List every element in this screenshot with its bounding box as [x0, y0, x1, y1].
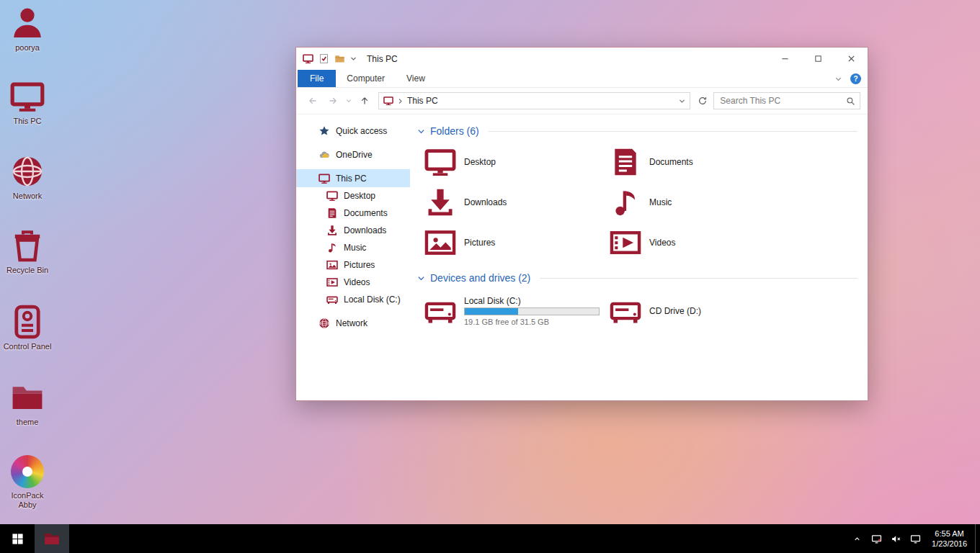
- help-icon[interactable]: ?: [850, 73, 861, 84]
- monitor-icon: [326, 190, 338, 202]
- monitor-icon: [10, 79, 45, 114]
- desktop-icon-label: Recycle Bin: [6, 266, 48, 275]
- tab-view[interactable]: View: [396, 70, 436, 87]
- sidebar-item-videos[interactable]: Videos: [296, 274, 410, 291]
- sidebar-item-downloads[interactable]: Downloads: [296, 222, 410, 239]
- desktop-icon-control-panel[interactable]: Control Panel: [0, 305, 55, 351]
- folder-icon: [43, 530, 61, 547]
- desktop-icon-this-pc[interactable]: This PC: [0, 79, 55, 126]
- devices-grid: Local Disk (C:) 19.1 GB free of 31.5 GB …: [417, 289, 858, 333]
- taskbar-explorer-button[interactable]: [35, 524, 69, 553]
- folder-item-pictures[interactable]: Pictures: [424, 222, 603, 263]
- star-icon: [318, 125, 330, 137]
- maximize-button[interactable]: [801, 48, 834, 70]
- file-list: Folders (6) Desktop Documents: [410, 114, 868, 400]
- folder-item-label: Desktop: [464, 157, 496, 167]
- sidebar-item-documents[interactable]: Documents: [296, 204, 410, 222]
- drive-label: CD Drive (D:): [649, 306, 701, 316]
- onedrive-cloud-icon: [318, 149, 330, 161]
- sidebar-item-pictures[interactable]: Pictures: [296, 256, 410, 274]
- desktop-icon-recycle-bin[interactable]: Recycle Bin: [0, 228, 55, 275]
- sidebar-item-label: Network: [336, 318, 368, 328]
- title-bar: This PC: [296, 48, 868, 70]
- address-bar-row: This PC: [296, 88, 868, 114]
- video-icon: [610, 227, 641, 258]
- sidebar-item-network[interactable]: Network: [296, 314, 410, 332]
- location-monitor-icon: [383, 96, 393, 106]
- tab-file[interactable]: File: [298, 70, 336, 87]
- download-icon: [326, 225, 338, 236]
- sidebar-item-desktop[interactable]: Desktop: [296, 187, 410, 204]
- folder-item-label: Pictures: [464, 238, 495, 248]
- tray-display-icon[interactable]: [906, 524, 925, 553]
- breadcrumb-location[interactable]: This PC: [407, 96, 438, 106]
- address-dropdown-icon[interactable]: [679, 98, 685, 104]
- sidebar-item-label: This PC: [336, 174, 367, 184]
- disk-usage-fill: [465, 308, 518, 315]
- sidebar-item-label: Downloads: [344, 225, 386, 235]
- ribbon-tabs: File Computer View ?: [296, 70, 868, 88]
- desktop-icon-theme[interactable]: theme: [0, 380, 55, 427]
- folder-icon: [10, 380, 45, 415]
- show-desktop-button[interactable]: [975, 524, 980, 553]
- group-header-devices[interactable]: Devices and drives (2): [417, 270, 858, 286]
- system-monitor-icon[interactable]: [303, 53, 313, 64]
- folder-item-label: Videos: [649, 238, 675, 248]
- sidebar-item-quick-access[interactable]: Quick access: [296, 122, 410, 140]
- sidebar-item-onedrive[interactable]: OneDrive: [296, 145, 410, 163]
- music-note-icon: [326, 242, 338, 253]
- group-header-folders[interactable]: Folders (6): [417, 123, 858, 139]
- history-chevron-icon[interactable]: [344, 92, 354, 109]
- start-button[interactable]: [0, 524, 35, 553]
- explorer-window: This PC File Computer View: [295, 47, 868, 401]
- folder-item-documents[interactable]: Documents: [610, 142, 788, 182]
- search-input[interactable]: [720, 96, 846, 106]
- minimize-button[interactable]: [768, 48, 801, 70]
- desktop: poorya This PC Network Recycle Bin Contr…: [0, 0, 980, 553]
- desktop-icon-label: poorya: [15, 43, 40, 53]
- qat-chevron-down-icon[interactable]: [350, 55, 357, 62]
- up-button[interactable]: [355, 92, 374, 109]
- ribbon-expand-chevron-icon[interactable]: [834, 75, 842, 83]
- divider: [489, 131, 858, 132]
- tray-expand-chevron-icon[interactable]: [847, 524, 867, 553]
- close-button[interactable]: [834, 48, 868, 70]
- system-tray: 6:55 AM 1/23/2016: [847, 524, 980, 553]
- drive-item-cd[interactable]: CD Drive (D:): [610, 289, 788, 333]
- desktop-icon-poorya[interactable]: poorya: [0, 6, 55, 53]
- new-folder-icon[interactable]: [334, 53, 345, 64]
- navigation-pane: Quick access OneDrive This PC: [296, 114, 410, 400]
- taskbar-clock[interactable]: 6:55 AM 1/23/2016: [925, 529, 974, 549]
- folder-item-videos[interactable]: Videos: [610, 222, 788, 263]
- window-title: This PC: [367, 54, 398, 64]
- forward-button[interactable]: [324, 92, 342, 109]
- windows-logo-icon: [12, 533, 24, 545]
- drive-item-local-disk[interactable]: Local Disk (C:) 19.1 GB free of 31.5 GB: [424, 289, 603, 333]
- volume-muted-icon[interactable]: [886, 524, 906, 553]
- properties-icon[interactable]: [318, 53, 329, 64]
- color-wheel-icon: [11, 455, 44, 488]
- address-bar[interactable]: This PC: [378, 92, 690, 109]
- sidebar-item-label: Music: [344, 243, 366, 253]
- sidebar-item-this-pc[interactable]: This PC: [296, 169, 410, 187]
- search-icon[interactable]: [846, 96, 855, 106]
- folder-item-desktop[interactable]: Desktop: [424, 142, 603, 182]
- breadcrumb-chevron-icon[interactable]: [397, 98, 404, 104]
- tab-computer[interactable]: Computer: [336, 70, 396, 87]
- sidebar-item-music[interactable]: Music: [296, 239, 410, 256]
- desktop-icon-iconpack-abby[interactable]: IconPack Abby: [0, 455, 55, 510]
- hard-drive-icon: [326, 294, 338, 305]
- sidebar-item-label: Documents: [344, 208, 388, 218]
- desktop-icon-label: Control Panel: [4, 342, 52, 351]
- folder-item-downloads[interactable]: Downloads: [424, 182, 603, 222]
- refresh-button[interactable]: [693, 92, 712, 109]
- back-button[interactable]: [303, 92, 322, 109]
- sidebar-item-local-disk[interactable]: Local Disk (C:): [296, 291, 410, 308]
- music-note-icon: [610, 186, 641, 218]
- taskbar: 6:55 AM 1/23/2016: [0, 524, 980, 553]
- desktop-icon-network[interactable]: Network: [0, 154, 55, 201]
- folder-item-music[interactable]: Music: [610, 182, 788, 222]
- tray-network-icon[interactable]: [867, 524, 886, 553]
- group-header-label: Devices and drives (2): [430, 272, 530, 284]
- trash-icon: [10, 228, 45, 263]
